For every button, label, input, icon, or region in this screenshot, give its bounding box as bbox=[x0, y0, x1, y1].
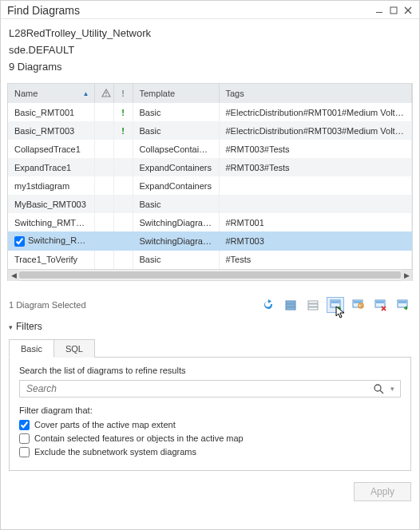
row-tags: #ElectricDistribution#RMT001#Medium Volt… bbox=[219, 103, 412, 121]
row-consistency-cell bbox=[113, 213, 133, 231]
row-alert-cell bbox=[94, 121, 113, 140]
remove-diagram-button[interactable] bbox=[371, 297, 389, 313]
row-template: Basic bbox=[133, 121, 219, 140]
titlebar: Find Diagrams bbox=[1, 1, 419, 19]
row-name: my1stdiagram bbox=[14, 181, 69, 191]
search-dropdown-icon[interactable]: ▾ bbox=[387, 385, 397, 393]
refresh-button[interactable] bbox=[260, 297, 277, 313]
close-button[interactable] bbox=[402, 5, 414, 16]
row-template: ExpandContainers bbox=[133, 158, 219, 176]
sort-ascending-icon: ▲ bbox=[83, 90, 89, 97]
row-name: ExpandTrace1 bbox=[14, 163, 71, 172]
svg-rect-7 bbox=[308, 301, 318, 303]
exclamation-header-icon: ! bbox=[121, 89, 125, 98]
row-name: Basic_RMT003 bbox=[14, 126, 74, 136]
row-alert-cell bbox=[94, 231, 113, 251]
row-consistency-cell bbox=[113, 195, 133, 213]
row-template: Basic bbox=[133, 195, 219, 213]
row-alert-cell bbox=[94, 103, 113, 121]
search-prompt: Search the list of diagrams to refine re… bbox=[19, 366, 401, 375]
search-input[interactable] bbox=[26, 383, 373, 394]
row-consistency-cell bbox=[113, 176, 133, 195]
table-row[interactable]: Trace1_ToVerifyBasic#Tests bbox=[8, 251, 412, 269]
clear-selection-button[interactable] bbox=[304, 297, 322, 313]
alert-header-icon bbox=[101, 89, 107, 98]
apply-button[interactable]: Apply bbox=[354, 482, 411, 501]
column-header-tags[interactable]: Tags bbox=[219, 84, 412, 103]
add-to-map-button[interactable] bbox=[327, 297, 344, 313]
diagram-count: 9 Diagrams bbox=[9, 59, 411, 76]
svg-rect-9 bbox=[308, 307, 318, 310]
open-diagram-button[interactable] bbox=[349, 297, 367, 313]
column-header-alert[interactable] bbox=[94, 84, 113, 103]
exclamation-icon: ! bbox=[121, 108, 125, 117]
row-alert-cell bbox=[94, 251, 113, 269]
maximize-button[interactable] bbox=[387, 5, 400, 16]
row-template: ExpandContainers bbox=[133, 176, 219, 195]
table-row[interactable]: CollapsedTrace1CollapseContainers#RMT003… bbox=[8, 140, 412, 158]
row-name: Trace1_ToVerify bbox=[14, 255, 77, 264]
tab-basic[interactable]: Basic bbox=[9, 339, 54, 358]
row-consistency-cell bbox=[113, 140, 133, 158]
svg-rect-11 bbox=[331, 301, 339, 303]
table-row[interactable]: Switching_RMT003SwitchingDiagrams#RMT003 bbox=[8, 231, 412, 251]
row-name: CollapsedTrace1 bbox=[14, 144, 81, 154]
network-name: L28RedTrolley_Utility_Network bbox=[9, 26, 411, 42]
svg-rect-6 bbox=[286, 307, 295, 310]
horizontal-scrollbar[interactable]: ◀ ▶ bbox=[8, 269, 412, 280]
row-consistency-cell: ! bbox=[113, 121, 133, 140]
row-consistency-cell bbox=[113, 251, 133, 269]
table-row[interactable]: MyBasic_RMT003Basic bbox=[8, 195, 412, 213]
row-tags bbox=[219, 176, 412, 195]
filter-cover-checkbox[interactable] bbox=[19, 420, 30, 430]
table-row[interactable]: Switching_RMT001SwitchingDiagrams#RMT001 bbox=[8, 213, 412, 231]
row-alert-cell bbox=[94, 140, 113, 158]
row-template: CollapseContainers bbox=[133, 140, 219, 158]
filter-contain-selected[interactable]: Contain selected features or objects in … bbox=[19, 432, 401, 445]
filter-contain-checkbox[interactable] bbox=[19, 433, 30, 444]
filter-exclude-subnetwork[interactable]: Exclude the subnetwork system diagrams bbox=[19, 445, 401, 459]
filter-cover-extent[interactable]: Cover parts of the active map extent bbox=[19, 418, 401, 432]
filters-heading[interactable]: Filters bbox=[9, 319, 411, 334]
table-row[interactable]: my1stdiagramExpandContainers bbox=[8, 176, 412, 195]
column-header-template[interactable]: Template bbox=[133, 84, 219, 103]
toolbar bbox=[260, 297, 411, 313]
row-tags: #RMT003 bbox=[219, 231, 412, 251]
table-row[interactable]: Basic_RMT003!Basic#ElectricDistribution#… bbox=[8, 121, 412, 140]
column-header-exclamation[interactable]: ! bbox=[113, 84, 133, 103]
filter-caption: Filter diagram that: bbox=[19, 405, 401, 415]
row-tags: #Tests bbox=[219, 251, 412, 269]
scroll-right-icon[interactable]: ▶ bbox=[401, 270, 412, 281]
row-name: Switching_RMT001 bbox=[14, 218, 90, 227]
scroll-left-icon[interactable]: ◀ bbox=[8, 270, 19, 281]
table-row[interactable]: ExpandTrace1ExpandContainers#RMT003#Test… bbox=[8, 158, 412, 176]
search-icon[interactable] bbox=[373, 383, 387, 394]
row-template: SwitchingDiagrams bbox=[133, 213, 219, 231]
column-header-name[interactable]: Name ▲ bbox=[8, 84, 94, 103]
scroll-thumb[interactable] bbox=[19, 271, 401, 279]
row-name: MyBasic_RMT003 bbox=[14, 200, 86, 209]
row-consistency-cell bbox=[113, 231, 133, 251]
row-alert-cell bbox=[94, 195, 113, 213]
row-template: Basic bbox=[133, 251, 219, 269]
minimize-button[interactable] bbox=[373, 5, 386, 16]
row-name: Switching_RMT003 bbox=[28, 235, 94, 245]
row-name: Basic_RMT001 bbox=[14, 108, 74, 117]
svg-rect-5 bbox=[286, 304, 295, 307]
row-alert-cell bbox=[94, 176, 113, 195]
export-diagram-button[interactable] bbox=[394, 297, 411, 313]
filter-exclude-checkbox[interactable] bbox=[19, 447, 30, 457]
svg-rect-15 bbox=[376, 301, 384, 303]
header: L28RedTrolley_Utility_Network sde.DEFAUL… bbox=[1, 19, 419, 78]
select-all-button[interactable] bbox=[282, 297, 299, 313]
version-name: sde.DEFAULT bbox=[9, 42, 411, 59]
table-row[interactable]: Basic_RMT001!Basic#ElectricDistribution#… bbox=[8, 103, 412, 121]
row-checkbox[interactable] bbox=[14, 236, 25, 247]
row-template: Basic bbox=[133, 103, 219, 121]
svg-rect-4 bbox=[286, 301, 295, 303]
tab-sql[interactable]: SQL bbox=[53, 339, 95, 358]
row-tags: #ElectricDistribution#RMT003#Medium Volt… bbox=[219, 121, 412, 140]
row-consistency-cell bbox=[113, 158, 133, 176]
svg-rect-1 bbox=[390, 7, 397, 14]
row-template: SwitchingDiagrams bbox=[133, 231, 219, 251]
